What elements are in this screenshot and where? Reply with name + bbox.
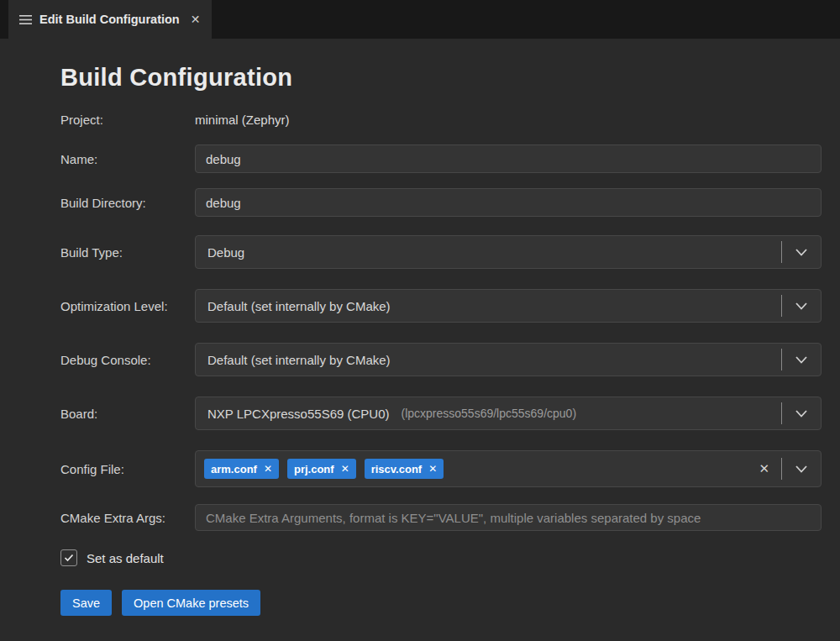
build-type-select[interactable]: Debug — [195, 235, 822, 269]
board-detail: (lpcxpresso55s69/lpc55s69/cpu0) — [402, 407, 577, 420]
tab-title: Edit Build Configuration — [39, 13, 180, 26]
button-row: Save Open CMake presets — [60, 590, 822, 616]
set-as-default-label: Set as default — [87, 551, 164, 565]
config-chip: arm.conf ✕ — [204, 459, 279, 479]
optimization-level-value: Default (set internally by CMake) — [207, 299, 391, 313]
config-file-label: Config File: — [60, 462, 195, 476]
name-row: Name: — [60, 144, 822, 173]
chevron-down-icon[interactable] — [782, 397, 821, 429]
config-chip: riscv.conf ✕ — [365, 459, 444, 479]
close-icon[interactable]: ✕ — [191, 13, 201, 26]
chip-close-icon[interactable]: ✕ — [341, 463, 349, 475]
cmake-extra-args-label: CMake Extra Args: — [60, 511, 195, 525]
save-button[interactable]: Save — [60, 590, 112, 616]
name-input[interactable] — [195, 144, 822, 173]
cmake-extra-args-input[interactable] — [195, 504, 822, 531]
set-as-default-checkbox[interactable] — [60, 549, 77, 566]
board-row: Board: NXP LPCXpresso55S69 (CPU0) (lpcxp… — [60, 397, 822, 430]
tab-edit-build-configuration[interactable]: Edit Build Configuration ✕ — [8, 0, 212, 39]
optimization-level-select[interactable]: Default (set internally by CMake) — [195, 289, 822, 323]
chip-close-icon[interactable]: ✕ — [264, 463, 272, 475]
open-cmake-presets-button[interactable]: Open CMake presets — [122, 590, 260, 616]
config-chip: prj.conf ✕ — [287, 459, 356, 479]
set-as-default-row: Set as default — [60, 546, 822, 570]
build-type-value: Debug — [207, 245, 244, 260]
debug-console-select[interactable]: Default (set internally by CMake) — [195, 343, 822, 376]
chevron-down-icon[interactable] — [782, 344, 821, 376]
cmake-extra-args-row: CMake Extra Args: — [60, 504, 822, 531]
build-directory-input[interactable] — [195, 188, 822, 217]
build-directory-row: Build Directory: — [60, 188, 822, 217]
optimization-level-label: Optimization Level: — [60, 299, 195, 313]
name-label: Name: — [60, 152, 195, 166]
editor-tab-strip: Edit Build Configuration ✕ — [0, 0, 840, 39]
optimization-level-row: Optimization Level: Default (set interna… — [60, 289, 822, 323]
chevron-down-icon[interactable] — [782, 290, 821, 322]
debug-console-value: Default (set internally by CMake) — [207, 353, 391, 367]
project-label: Project: — [60, 113, 195, 127]
debug-console-row: Debug Console: Default (set internally b… — [60, 343, 822, 376]
chevron-down-icon[interactable] — [782, 236, 821, 268]
project-row: Project: minimal (Zephyr) — [60, 108, 822, 131]
debug-console-label: Debug Console: — [60, 353, 195, 367]
config-chip-label: arm.conf — [211, 463, 257, 475]
project-value: minimal (Zephyr) — [195, 113, 822, 127]
clear-all-icon[interactable]: ✕ — [747, 461, 781, 476]
check-icon — [64, 554, 74, 562]
config-chip-label: prj.conf — [294, 463, 334, 475]
board-select[interactable]: NXP LPCXpresso55S69 (CPU0) (lpcxpresso55… — [195, 397, 822, 430]
build-configuration-panel: Build Configuration Project: minimal (Ze… — [0, 39, 840, 641]
config-file-multiselect[interactable]: arm.conf ✕ prj.conf ✕ riscv.conf ✕ ✕ — [195, 450, 822, 487]
chip-close-icon[interactable]: ✕ — [428, 463, 437, 475]
board-label: Board: — [60, 407, 195, 421]
page-title: Build Configuration — [60, 60, 822, 94]
build-type-label: Build Type: — [60, 245, 195, 260]
board-value: NXP LPCXpresso55S69 (CPU0) — [207, 407, 390, 421]
build-directory-label: Build Directory: — [60, 196, 195, 210]
config-chip-label: riscv.conf — [371, 463, 422, 475]
config-file-row: Config File: arm.conf ✕ prj.conf ✕ riscv… — [60, 450, 822, 487]
build-type-row: Build Type: Debug — [60, 235, 822, 269]
chevron-down-icon[interactable] — [782, 451, 821, 486]
list-settings-icon — [19, 14, 32, 25]
app-window: Edit Build Configuration ✕ Build Configu… — [0, 0, 840, 641]
